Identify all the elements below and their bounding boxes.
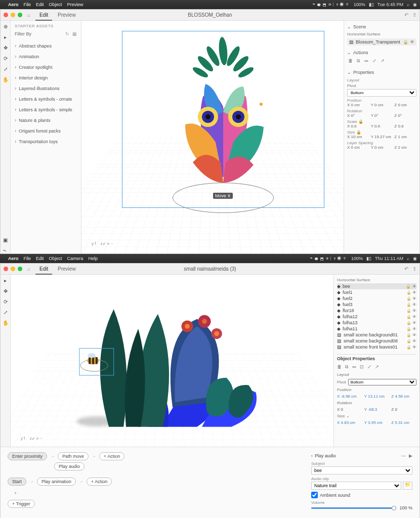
tool-hand[interactable]: ✋	[3, 320, 9, 326]
menu-file[interactable]: File	[24, 256, 31, 261]
cat-nature[interactable]: Nature & plants	[15, 115, 77, 125]
window-controls[interactable]	[4, 13, 22, 17]
zoom-icon[interactable]: ⊡	[360, 364, 364, 370]
tab-preview[interactable]: Preview	[54, 10, 80, 20]
eye-icon[interactable]: 👁	[412, 284, 416, 289]
menu-help[interactable]: Help	[89, 256, 98, 261]
tab-preview[interactable]: Preview	[54, 264, 80, 274]
viewport-bottom[interactable]: y↿ z↙ x→	[11, 275, 333, 447]
menu-object[interactable]: Object	[49, 2, 62, 7]
add-action-button[interactable]: + Action	[87, 478, 112, 486]
play-icon[interactable]: ▶	[409, 453, 412, 458]
home-icon[interactable]: ⌂	[27, 266, 30, 272]
eye-icon[interactable]: 👁	[410, 39, 414, 45]
action-path-move[interactable]: Path move	[58, 452, 89, 460]
share-icon[interactable]: ↗	[375, 364, 379, 370]
expand-icon[interactable]: ⤢	[367, 364, 371, 370]
tool-rotate[interactable]: ⟳	[4, 299, 8, 305]
scene-item[interactable]: ◆fuel2🔒 👁	[337, 295, 416, 301]
cat-abstract[interactable]: Abstract shapes	[15, 40, 77, 51]
share-action-icon[interactable]: ↗	[381, 58, 385, 64]
cat-interior[interactable]: Interior design	[15, 72, 77, 83]
lock-icon[interactable]: 🔒	[358, 119, 363, 124]
scene-item[interactable]: ◆flor18🔒 👁	[337, 308, 416, 314]
scene-item[interactable]: ◆fuel1🔒 👁	[337, 289, 416, 295]
app-name[interactable]: Aero	[8, 2, 19, 7]
folder-icon[interactable]: 📁	[403, 482, 412, 490]
scene-item[interactable]: ▧ Blossom_Transparent 🔒👁	[347, 38, 416, 46]
scene-item[interactable]: ◆fuel3🔒 👁	[337, 301, 416, 308]
siri-icon[interactable]: ◉	[413, 2, 417, 7]
share-icon[interactable]: ⇪	[412, 12, 416, 18]
pivot-select[interactable]: Bottom	[348, 379, 416, 385]
actions-section[interactable]: Actions	[347, 49, 416, 57]
app-name[interactable]: Aero	[8, 256, 19, 261]
subject-select[interactable]: bee	[311, 466, 412, 474]
ambient-checkbox[interactable]	[311, 492, 318, 498]
link-icon[interactable]: ⫘	[364, 58, 368, 64]
add-branch[interactable]: +	[13, 491, 301, 496]
grid-icon[interactable]: ▦	[72, 31, 77, 36]
lock-icon[interactable]: 🔒	[406, 284, 411, 289]
undo-icon[interactable]: ↶	[404, 266, 408, 272]
home-icon[interactable]: ⌂	[27, 12, 30, 18]
menu-camera[interactable]: Camera	[67, 256, 83, 261]
refresh-icon[interactable]: ↻	[65, 31, 69, 36]
scene-item[interactable]: ▧small scene background01🔒 👁	[337, 332, 416, 338]
cat-animation[interactable]: Animation	[15, 51, 77, 62]
volume-slider[interactable]	[311, 507, 396, 509]
copy-icon[interactable]: ⧉	[357, 58, 360, 64]
tool-move[interactable]: ✥	[4, 288, 8, 294]
tool-hand[interactable]: ✋	[3, 77, 9, 82]
pivot-select[interactable]: Bottom	[347, 89, 416, 97]
cat-transport[interactable]: Transportation toys	[15, 136, 77, 147]
undo-icon[interactable]: ↶	[404, 12, 408, 18]
cat-letters-simple[interactable]: Letters & symbols - simple	[15, 104, 77, 115]
scene-item[interactable]: ▧small scene front leaves01🔒 👁	[337, 344, 416, 350]
scene-item[interactable]: ◆bee🔒👁	[337, 283, 416, 289]
tab-edit[interactable]: Edit	[35, 10, 52, 21]
tool-rotate[interactable]: ⟳	[4, 56, 8, 61]
scene-item[interactable]: ◆folha11🔒 👁	[337, 326, 416, 332]
search-icon[interactable]: ⌕	[407, 256, 409, 261]
trigger-start[interactable]: Start	[8, 478, 26, 486]
menu-edit[interactable]: Edit	[36, 256, 44, 261]
scene-item[interactable]: ◆folha13🔒 👁	[337, 320, 416, 326]
cat-layered[interactable]: Layered illustrations	[15, 83, 77, 94]
plant-artwork[interactable]	[31, 280, 314, 437]
menu-object[interactable]: Object	[49, 256, 62, 261]
window-controls[interactable]	[4, 267, 22, 271]
properties-section[interactable]: Properties	[347, 68, 416, 76]
tool-select[interactable]: ▸	[4, 34, 7, 40]
viewport-top[interactable]: Move X y↿ z↙ x→	[81, 21, 344, 253]
cat-spotlight[interactable]: Creator spotlight	[15, 62, 77, 72]
menu-edit[interactable]: Edit	[36, 2, 44, 7]
chevron-left-icon[interactable]: ‹	[311, 453, 313, 458]
copy-icon[interactable]: ⧉	[345, 364, 348, 370]
tool-select[interactable]: ▸	[4, 278, 7, 283]
expand-icon[interactable]: ⤢	[372, 58, 376, 64]
trash-icon[interactable]: 🗑	[337, 364, 342, 370]
menu-preview[interactable]: Preview	[67, 2, 83, 7]
scene-item[interactable]: ▧small scene background08🔒 👁	[337, 338, 416, 344]
scene-item[interactable]: ◆folha12🔒 👁	[337, 314, 416, 320]
menu-file[interactable]: File	[24, 2, 31, 7]
tool-add[interactable]: ⊕	[4, 24, 8, 29]
tab-edit[interactable]: Edit	[35, 264, 52, 275]
action-play-audio[interactable]: Play audio	[54, 462, 85, 470]
link-icon[interactable]: ⫘	[352, 364, 356, 370]
add-action-button[interactable]: + Action	[99, 452, 124, 460]
action-play-animation[interactable]: Play animation	[37, 478, 76, 486]
audioclip-select[interactable]: Nature trail	[311, 482, 401, 490]
tool-scale[interactable]: ⤢	[4, 66, 8, 72]
share-icon[interactable]: ⇪	[412, 266, 416, 272]
siri-icon[interactable]: ◉	[413, 256, 417, 261]
search-icon[interactable]: ⌕	[407, 2, 409, 7]
tool-view[interactable]: ▣	[3, 237, 8, 243]
tool-scale[interactable]: ⤢	[4, 310, 8, 315]
tool-move[interactable]: ✥	[4, 45, 8, 51]
blossom-artwork[interactable]	[157, 36, 289, 198]
tool-run[interactable]: ᯓ	[3, 248, 8, 253]
cat-origami[interactable]: Origami forest packs	[15, 125, 77, 136]
trigger-enter-proximity[interactable]: Enter proximity	[8, 452, 47, 460]
